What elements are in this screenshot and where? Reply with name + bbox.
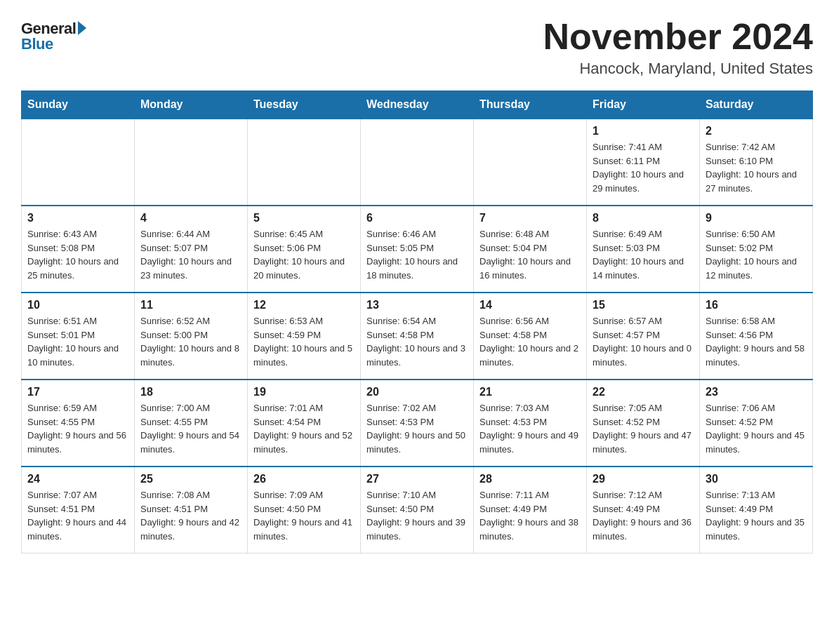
- day-info: Sunrise: 6:48 AM Sunset: 5:04 PM Dayligh…: [479, 227, 581, 282]
- day-number: 18: [140, 386, 241, 398]
- calendar-cell: 20Sunrise: 7:02 AM Sunset: 4:53 PM Dayli…: [361, 380, 474, 467]
- calendar-cell: 2Sunrise: 7:42 AM Sunset: 6:10 PM Daylig…: [700, 119, 813, 206]
- calendar-week-2: 3Sunrise: 6:43 AM Sunset: 5:08 PM Daylig…: [22, 206, 813, 293]
- weekday-header-tuesday: Tuesday: [248, 91, 361, 119]
- weekday-header-saturday: Saturday: [700, 91, 813, 119]
- calendar-cell: 11Sunrise: 6:52 AM Sunset: 5:00 PM Dayli…: [135, 293, 248, 380]
- calendar-week-4: 17Sunrise: 6:59 AM Sunset: 4:55 PM Dayli…: [22, 380, 813, 467]
- logo: General Blue: [21, 17, 86, 53]
- page-header: General Blue November 2024 Hancock, Mary…: [21, 17, 813, 78]
- day-info: Sunrise: 6:50 AM Sunset: 5:02 PM Dayligh…: [706, 227, 807, 282]
- calendar-cell: 15Sunrise: 6:57 AM Sunset: 4:57 PM Dayli…: [587, 293, 700, 380]
- day-number: 17: [27, 386, 128, 398]
- day-number: 19: [253, 386, 355, 398]
- calendar-cell: 19Sunrise: 7:01 AM Sunset: 4:54 PM Dayli…: [248, 380, 361, 467]
- calendar-cell: 1Sunrise: 7:41 AM Sunset: 6:11 PM Daylig…: [587, 119, 700, 206]
- logo-blue-text: Blue: [21, 35, 53, 53]
- calendar-cell: 8Sunrise: 6:49 AM Sunset: 5:03 PM Daylig…: [587, 206, 700, 293]
- day-number: 26: [253, 473, 355, 485]
- day-info: Sunrise: 6:44 AM Sunset: 5:07 PM Dayligh…: [140, 227, 241, 282]
- calendar-week-3: 10Sunrise: 6:51 AM Sunset: 5:01 PM Dayli…: [22, 293, 813, 380]
- day-info: Sunrise: 6:53 AM Sunset: 4:59 PM Dayligh…: [253, 314, 355, 369]
- day-number: 21: [479, 386, 581, 398]
- day-number: 12: [253, 299, 355, 311]
- day-info: Sunrise: 6:52 AM Sunset: 5:00 PM Dayligh…: [140, 314, 241, 369]
- day-info: Sunrise: 6:46 AM Sunset: 5:05 PM Dayligh…: [366, 227, 468, 282]
- calendar-cell: [22, 119, 135, 206]
- calendar-cell: 25Sunrise: 7:08 AM Sunset: 4:51 PM Dayli…: [135, 467, 248, 554]
- day-number: 15: [593, 299, 694, 311]
- day-number: 5: [253, 212, 355, 224]
- day-info: Sunrise: 7:12 AM Sunset: 4:49 PM Dayligh…: [593, 488, 694, 543]
- calendar-cell: 5Sunrise: 6:45 AM Sunset: 5:06 PM Daylig…: [248, 206, 361, 293]
- day-info: Sunrise: 6:51 AM Sunset: 5:01 PM Dayligh…: [27, 314, 128, 369]
- day-number: 22: [593, 386, 694, 398]
- day-number: 29: [593, 473, 694, 485]
- day-number: 8: [593, 212, 694, 224]
- logo-arrow-icon: [78, 21, 86, 35]
- day-info: Sunrise: 6:59 AM Sunset: 4:55 PM Dayligh…: [27, 401, 128, 456]
- day-number: 14: [479, 299, 581, 311]
- day-info: Sunrise: 7:02 AM Sunset: 4:53 PM Dayligh…: [366, 401, 468, 456]
- calendar-cell: [474, 119, 587, 206]
- calendar-cell: 17Sunrise: 6:59 AM Sunset: 4:55 PM Dayli…: [22, 380, 135, 467]
- day-number: 11: [140, 299, 241, 311]
- day-info: Sunrise: 6:57 AM Sunset: 4:57 PM Dayligh…: [593, 314, 694, 369]
- calendar-cell: 14Sunrise: 6:56 AM Sunset: 4:58 PM Dayli…: [474, 293, 587, 380]
- day-info: Sunrise: 7:05 AM Sunset: 4:52 PM Dayligh…: [593, 401, 694, 456]
- day-number: 23: [706, 386, 807, 398]
- day-number: 28: [479, 473, 581, 485]
- calendar-cell: 29Sunrise: 7:12 AM Sunset: 4:49 PM Dayli…: [587, 467, 700, 554]
- calendar-cell: [248, 119, 361, 206]
- day-info: Sunrise: 7:07 AM Sunset: 4:51 PM Dayligh…: [27, 488, 128, 543]
- calendar-cell: 28Sunrise: 7:11 AM Sunset: 4:49 PM Dayli…: [474, 467, 587, 554]
- day-number: 20: [366, 386, 468, 398]
- day-info: Sunrise: 7:03 AM Sunset: 4:53 PM Dayligh…: [479, 401, 581, 456]
- day-info: Sunrise: 6:45 AM Sunset: 5:06 PM Dayligh…: [253, 227, 355, 282]
- day-number: 3: [27, 212, 128, 224]
- day-info: Sunrise: 6:49 AM Sunset: 5:03 PM Dayligh…: [593, 227, 694, 282]
- location-subtitle: Hancock, Maryland, United States: [543, 60, 813, 78]
- day-info: Sunrise: 7:09 AM Sunset: 4:50 PM Dayligh…: [253, 488, 355, 543]
- weekday-header-monday: Monday: [135, 91, 248, 119]
- day-number: 24: [27, 473, 128, 485]
- weekday-header-sunday: Sunday: [22, 91, 135, 119]
- day-info: Sunrise: 7:00 AM Sunset: 4:55 PM Dayligh…: [140, 401, 241, 456]
- day-number: 30: [706, 473, 807, 485]
- weekday-header-thursday: Thursday: [474, 91, 587, 119]
- day-number: 7: [479, 212, 581, 224]
- calendar-body: 1Sunrise: 7:41 AM Sunset: 6:11 PM Daylig…: [22, 119, 813, 554]
- calendar-week-1: 1Sunrise: 7:41 AM Sunset: 6:11 PM Daylig…: [22, 119, 813, 206]
- day-info: Sunrise: 7:08 AM Sunset: 4:51 PM Dayligh…: [140, 488, 241, 543]
- calendar-cell: [361, 119, 474, 206]
- calendar-cell: 10Sunrise: 6:51 AM Sunset: 5:01 PM Dayli…: [22, 293, 135, 380]
- calendar-cell: [135, 119, 248, 206]
- calendar-cell: 6Sunrise: 6:46 AM Sunset: 5:05 PM Daylig…: [361, 206, 474, 293]
- weekday-header-row: SundayMondayTuesdayWednesdayThursdayFrid…: [22, 91, 813, 119]
- day-info: Sunrise: 7:11 AM Sunset: 4:49 PM Dayligh…: [479, 488, 581, 543]
- calendar-cell: 3Sunrise: 6:43 AM Sunset: 5:08 PM Daylig…: [22, 206, 135, 293]
- day-number: 25: [140, 473, 241, 485]
- day-number: 2: [706, 125, 807, 137]
- calendar-cell: 4Sunrise: 6:44 AM Sunset: 5:07 PM Daylig…: [135, 206, 248, 293]
- calendar-week-5: 24Sunrise: 7:07 AM Sunset: 4:51 PM Dayli…: [22, 467, 813, 554]
- day-number: 6: [366, 212, 468, 224]
- calendar-cell: 7Sunrise: 6:48 AM Sunset: 5:04 PM Daylig…: [474, 206, 587, 293]
- calendar-header: SundayMondayTuesdayWednesdayThursdayFrid…: [22, 91, 813, 119]
- day-number: 1: [593, 125, 694, 137]
- day-number: 10: [27, 299, 128, 311]
- calendar-cell: 21Sunrise: 7:03 AM Sunset: 4:53 PM Dayli…: [474, 380, 587, 467]
- day-info: Sunrise: 6:54 AM Sunset: 4:58 PM Dayligh…: [366, 314, 468, 369]
- day-number: 4: [140, 212, 241, 224]
- day-info: Sunrise: 6:43 AM Sunset: 5:08 PM Dayligh…: [27, 227, 128, 282]
- day-number: 13: [366, 299, 468, 311]
- calendar-cell: 30Sunrise: 7:13 AM Sunset: 4:49 PM Dayli…: [700, 467, 813, 554]
- calendar-cell: 18Sunrise: 7:00 AM Sunset: 4:55 PM Dayli…: [135, 380, 248, 467]
- calendar-cell: 23Sunrise: 7:06 AM Sunset: 4:52 PM Dayli…: [700, 380, 813, 467]
- calendar-table: SundayMondayTuesdayWednesdayThursdayFrid…: [21, 90, 813, 554]
- day-info: Sunrise: 7:10 AM Sunset: 4:50 PM Dayligh…: [366, 488, 468, 543]
- day-number: 27: [366, 473, 468, 485]
- day-info: Sunrise: 7:13 AM Sunset: 4:49 PM Dayligh…: [706, 488, 807, 543]
- calendar-cell: 16Sunrise: 6:58 AM Sunset: 4:56 PM Dayli…: [700, 293, 813, 380]
- weekday-header-friday: Friday: [587, 91, 700, 119]
